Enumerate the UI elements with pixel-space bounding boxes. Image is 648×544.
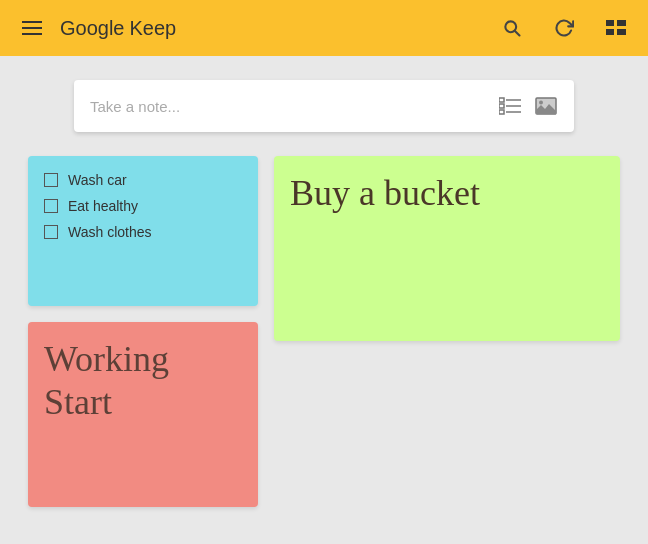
svg-rect-4 [606, 29, 614, 35]
svg-rect-3 [617, 20, 626, 26]
working-start-note-card[interactable]: Working Start [28, 322, 258, 507]
checklist-label-wash-car: Wash car [68, 172, 127, 188]
checklist-icon-button[interactable] [498, 94, 522, 118]
checkbox-wash-clothes[interactable] [44, 225, 58, 239]
notes-grid: Wash car Eat healthy Wash clothes Workin… [20, 156, 628, 507]
logo-google: Google [60, 17, 125, 40]
refresh-button[interactable] [548, 12, 580, 44]
svg-point-14 [539, 101, 543, 105]
svg-rect-8 [499, 104, 504, 108]
search-icon [502, 18, 522, 38]
working-start-text: Working Start [44, 339, 169, 422]
header-right [496, 12, 632, 44]
checklist-item: Wash clothes [44, 224, 242, 240]
notes-col-right: Buy a bucket [274, 156, 620, 341]
buy-bucket-text: Buy a bucket [290, 173, 480, 213]
note-input-icons [498, 94, 558, 118]
svg-rect-6 [499, 98, 504, 102]
svg-rect-2 [606, 20, 614, 26]
app-logo: Google Keep [60, 17, 176, 40]
grid-toggle-button[interactable] [600, 12, 632, 44]
search-button[interactable] [496, 12, 528, 44]
checklist-item: Eat healthy [44, 198, 242, 214]
note-input-placeholder[interactable]: Take a note... [90, 98, 498, 115]
checklist-label-eat-healthy: Eat healthy [68, 198, 138, 214]
app-header: Google Keep [0, 0, 648, 56]
svg-rect-10 [499, 110, 504, 114]
image-icon-button[interactable] [534, 94, 558, 118]
checklist-label-wash-clothes: Wash clothes [68, 224, 152, 240]
checklist-icon [499, 97, 521, 115]
checkbox-eat-healthy[interactable] [44, 199, 58, 213]
buy-bucket-note-card[interactable]: Buy a bucket [274, 156, 620, 341]
hamburger-icon [18, 17, 46, 39]
notes-col-left: Wash car Eat healthy Wash clothes Workin… [28, 156, 258, 507]
checklist-item: Wash car [44, 172, 242, 188]
image-icon [535, 97, 557, 115]
svg-rect-5 [617, 29, 626, 35]
menu-button[interactable] [16, 12, 48, 44]
checkbox-wash-car[interactable] [44, 173, 58, 187]
grid-icon [606, 20, 626, 36]
refresh-icon [554, 18, 574, 38]
checklist-note-card[interactable]: Wash car Eat healthy Wash clothes [28, 156, 258, 306]
svg-line-1 [515, 31, 520, 36]
note-input-area[interactable]: Take a note... [74, 80, 574, 132]
logo-keep: Keep [130, 17, 177, 40]
header-left: Google Keep [16, 12, 484, 44]
main-content: Take a note... [0, 56, 648, 531]
